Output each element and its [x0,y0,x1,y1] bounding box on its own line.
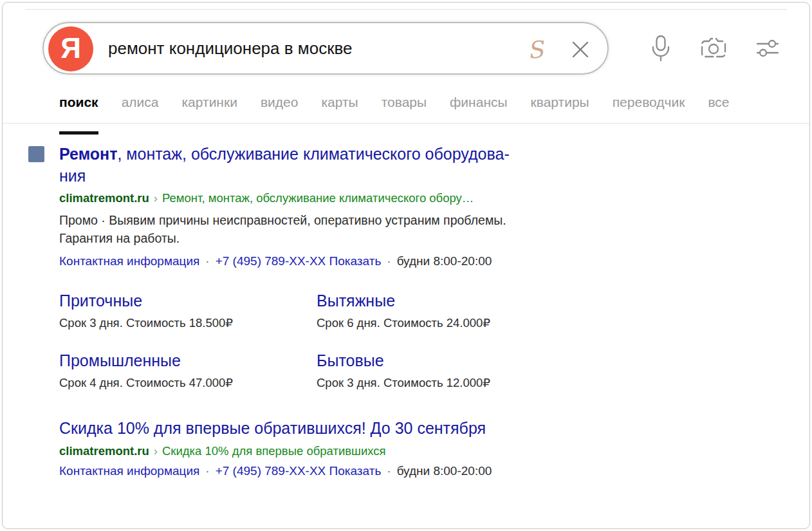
result-title-bold: Ремонт [59,145,117,163]
sitelink-description: Срок 4 дня. Стоимость 47.000₽ [59,376,317,390]
tab-all[interactable]: все [708,95,729,123]
camera-icon [700,35,727,61]
contact-info-line: Контактная информация·+7 (495) 789-XX-XX… [59,464,771,478]
sitelink-description: Срок 6 дня. Стоимость 24.000₽ [317,316,809,330]
result-domain-link[interactable]: climatremont.ru [59,191,149,205]
phone-show-link[interactable]: +7 (495) 789-XX-XX Показать [216,464,382,478]
yandex-logo-letter: Я [60,34,81,64]
yandex-serp-window: Я ремонт кондиционера в москве S [2,2,810,529]
close-icon [569,39,591,61]
tab-images[interactable]: картинки [181,95,237,123]
result-domain-link[interactable]: climatremont.ru [59,444,149,458]
voice-search-button[interactable] [646,33,676,63]
contact-info-link[interactable]: Контактная информация [59,254,199,268]
tab-apartments[interactable]: квартиры [531,95,589,123]
tab-translator[interactable]: переводчик [613,95,685,123]
filters-tuner-icon [755,37,780,60]
contact-info-line: Контактная информация·+7 (495) 789-XX-XX… [59,254,771,268]
dot-separator: · [199,464,215,478]
tab-alice[interactable]: алиса [122,95,159,123]
search-header: Я ремонт кондиционера в москве S [3,22,809,75]
microphone-icon [649,34,672,62]
breadcrumb: climatremont.ru›Скидка 10% для впервые о… [59,444,771,458]
search-tabs-bar: поиск алиса картинки видео карты товары … [3,91,809,124]
sitelink-description: Срок 3 дня. Стоимость 12.000₽ [317,376,809,390]
tab-maps[interactable]: карты [321,95,358,123]
tab-finance[interactable]: финансы [450,95,507,123]
result-title-link[interactable]: Скидка 10% для впервые обратившихся! До … [59,417,771,439]
tab-video[interactable]: видео [261,95,299,123]
yandex-logo[interactable]: Я [48,26,93,71]
sitelink-description: Срок 3 дня. Стоимость 18.500₽ [59,316,317,330]
breadcrumb-separator: › [149,444,162,458]
search-result-1: Ремонт, монтаж, обслуживание климатическ… [3,143,809,268]
clear-search-button[interactable] [566,35,595,64]
phone-show-link[interactable]: +7 (495) 789-XX-XX Показать [216,254,382,268]
sitelink-bytovye: Бытовые Срок 3 дня. Стоимость 12.000₽ [317,349,809,390]
search-settings-button[interactable] [753,33,782,63]
result-path-link[interactable]: Скидка 10% для впервые обратившихся [162,444,386,458]
sitelink-title-link[interactable]: Промышленные [59,349,317,371]
contact-info-link[interactable]: Контактная информация [59,464,199,478]
result-description: Промо · Выявим причины неисправностей, о… [59,211,771,247]
sitelink-vytyazhnye: Вытяжные Срок 6 дня. Стоимость 24.000₽ [317,290,809,330]
dot-separator: · [381,464,396,478]
top-divider [25,9,787,10]
sitelink-title-link[interactable]: Бытовые [317,349,809,371]
results-area: Ремонт, монтаж, обслуживание климатическ… [3,124,809,528]
search-input[interactable]: ремонт кондиционера в москве [108,23,353,73]
sitelink-title-link[interactable]: Вытяжные [317,290,809,312]
image-search-button[interactable] [699,33,728,63]
sitelink-pritochnye: Приточные Срок 3 дня. Стоимость 18.500₽ [59,290,317,330]
tab-search[interactable]: поиск [59,95,98,123]
search-bar[interactable]: Я ремонт кондиционера в москве S [42,22,609,75]
sitelink-promyshlennye: Промышленные Срок 4 дня. Стоимость 47.00… [59,349,317,390]
result-title-link[interactable]: Ремонт, монтаж, обслуживание климатическ… [59,143,771,187]
result-path-link[interactable]: Ремонт, монтаж, обслуживание климатическ… [162,191,474,205]
breadcrumb: climatremont.ru›Ремонт, монтаж, обслужив… [59,191,771,205]
working-hours: будни 8:00-20:00 [397,254,492,268]
result-title-rest: , монтаж, обслуживание климатического об… [59,145,510,185]
site-favicon [28,146,44,162]
breadcrumb-separator: › [149,191,162,205]
search-result-2: Скидка 10% для впервые обратившихся! До … [3,417,809,478]
keyboard-layout-icon[interactable]: S [520,32,551,67]
tab-goods[interactable]: товары [382,95,427,123]
sitelink-title-link[interactable]: Приточные [59,290,317,312]
dot-separator: · [381,254,396,268]
working-hours: будни 8:00-20:00 [397,464,492,478]
sitelinks-grid: Приточные Срок 3 дня. Стоимость 18.500₽ … [59,290,809,390]
dot-separator: · [199,254,215,268]
